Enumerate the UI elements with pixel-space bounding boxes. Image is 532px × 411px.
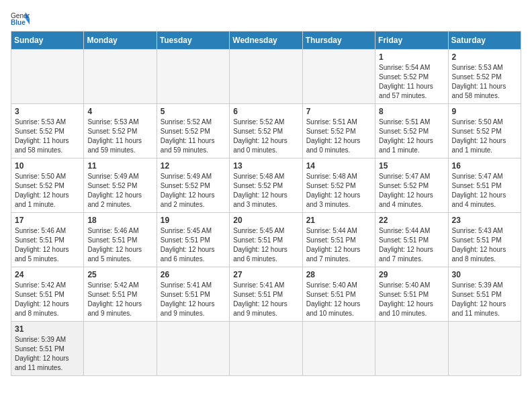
- day-info: Sunrise: 5:46 AM Sunset: 5:51 PM Dayligh…: [15, 226, 80, 264]
- calendar-cell: 21Sunrise: 5:44 AM Sunset: 5:51 PM Dayli…: [302, 213, 375, 267]
- day-info: Sunrise: 5:51 AM Sunset: 5:52 PM Dayligh…: [306, 118, 371, 155]
- calendar-cell: 12Sunrise: 5:49 AM Sunset: 5:52 PM Dayli…: [157, 158, 229, 213]
- day-info: Sunrise: 5:51 AM Sunset: 5:52 PM Dayligh…: [379, 118, 444, 155]
- day-number: 27: [233, 270, 298, 279]
- day-number: 14: [306, 161, 371, 171]
- day-info: Sunrise: 5:41 AM Sunset: 5:51 PM Dayligh…: [233, 281, 298, 318]
- day-info: Sunrise: 5:52 AM Sunset: 5:52 PM Dayligh…: [233, 118, 298, 155]
- day-number: 3: [15, 107, 80, 116]
- calendar-cell: 27Sunrise: 5:41 AM Sunset: 5:51 PM Dayli…: [230, 267, 302, 322]
- day-number: 30: [452, 270, 517, 279]
- day-info: Sunrise: 5:42 AM Sunset: 5:51 PM Dayligh…: [87, 281, 152, 318]
- day-info: Sunrise: 5:48 AM Sunset: 5:52 PM Dayligh…: [306, 172, 371, 210]
- calendar-week-row: 24Sunrise: 5:42 AM Sunset: 5:51 PM Dayli…: [11, 267, 521, 322]
- day-number: 8: [379, 107, 444, 116]
- calendar-cell: 8Sunrise: 5:51 AM Sunset: 5:52 PM Daylig…: [375, 104, 448, 158]
- calendar-cell: 24Sunrise: 5:42 AM Sunset: 5:51 PM Dayli…: [11, 267, 84, 322]
- calendar-cell: [230, 322, 302, 376]
- calendar-week-row: 31Sunrise: 5:39 AM Sunset: 5:51 PM Dayli…: [11, 322, 521, 376]
- day-number: 26: [161, 270, 226, 279]
- calendar-cell: 11Sunrise: 5:49 AM Sunset: 5:52 PM Dayli…: [84, 158, 157, 213]
- day-info: Sunrise: 5:49 AM Sunset: 5:52 PM Dayligh…: [161, 172, 226, 210]
- calendar-cell: 18Sunrise: 5:46 AM Sunset: 5:51 PM Dayli…: [84, 213, 157, 267]
- day-info: Sunrise: 5:39 AM Sunset: 5:51 PM Dayligh…: [452, 281, 517, 318]
- day-number: 25: [87, 270, 152, 279]
- day-number: 5: [161, 107, 226, 116]
- calendar-cell: 1Sunrise: 5:54 AM Sunset: 5:52 PM Daylig…: [375, 50, 448, 104]
- day-info: Sunrise: 5:43 AM Sunset: 5:51 PM Dayligh…: [452, 226, 517, 264]
- calendar-cell: 15Sunrise: 5:47 AM Sunset: 5:52 PM Dayli…: [375, 158, 448, 213]
- day-info: Sunrise: 5:46 AM Sunset: 5:51 PM Dayligh…: [87, 226, 152, 264]
- calendar-cell: 13Sunrise: 5:48 AM Sunset: 5:52 PM Dayli…: [230, 158, 302, 213]
- day-info: Sunrise: 5:48 AM Sunset: 5:52 PM Dayligh…: [233, 172, 298, 210]
- calendar-cell: [11, 50, 84, 104]
- day-number: 17: [15, 216, 80, 225]
- day-number: 21: [306, 216, 371, 225]
- calendar-cell: 20Sunrise: 5:45 AM Sunset: 5:51 PM Dayli…: [230, 213, 302, 267]
- day-info: Sunrise: 5:45 AM Sunset: 5:51 PM Dayligh…: [233, 226, 298, 264]
- calendar-cell: [230, 50, 302, 104]
- calendar-week-row: 10Sunrise: 5:50 AM Sunset: 5:52 PM Dayli…: [11, 158, 521, 213]
- logo: General Blue: [11, 11, 30, 27]
- day-info: Sunrise: 5:44 AM Sunset: 5:51 PM Dayligh…: [379, 226, 444, 264]
- day-info: Sunrise: 5:42 AM Sunset: 5:51 PM Dayligh…: [15, 281, 80, 318]
- day-info: Sunrise: 5:49 AM Sunset: 5:52 PM Dayligh…: [87, 172, 152, 210]
- day-info: Sunrise: 5:50 AM Sunset: 5:52 PM Dayligh…: [452, 118, 517, 155]
- day-number: 6: [233, 107, 298, 116]
- calendar-cell: 25Sunrise: 5:42 AM Sunset: 5:51 PM Dayli…: [84, 267, 157, 322]
- calendar-cell: 30Sunrise: 5:39 AM Sunset: 5:51 PM Dayli…: [448, 267, 521, 322]
- svg-marker-3: [26, 18, 30, 24]
- day-info: Sunrise: 5:41 AM Sunset: 5:51 PM Dayligh…: [161, 281, 226, 318]
- weekday-header-wednesday: Wednesday: [230, 32, 302, 50]
- day-number: 13: [233, 161, 298, 171]
- day-number: 4: [87, 107, 152, 116]
- calendar-cell: [84, 322, 157, 376]
- weekday-header-monday: Monday: [84, 32, 157, 50]
- calendar-cell: 28Sunrise: 5:40 AM Sunset: 5:51 PM Dayli…: [302, 267, 375, 322]
- calendar-week-row: 17Sunrise: 5:46 AM Sunset: 5:51 PM Dayli…: [11, 213, 521, 267]
- day-info: Sunrise: 5:53 AM Sunset: 5:52 PM Dayligh…: [87, 118, 152, 155]
- day-number: 11: [87, 161, 152, 171]
- calendar-table: SundayMondayTuesdayWednesdayThursdayFrid…: [11, 31, 521, 376]
- day-number: 18: [87, 216, 152, 225]
- day-info: Sunrise: 5:39 AM Sunset: 5:51 PM Dayligh…: [15, 335, 80, 373]
- day-number: 24: [15, 270, 80, 279]
- calendar-cell: 6Sunrise: 5:52 AM Sunset: 5:52 PM Daylig…: [230, 104, 302, 158]
- day-info: Sunrise: 5:47 AM Sunset: 5:52 PM Dayligh…: [379, 172, 444, 210]
- weekday-header-saturday: Saturday: [448, 32, 521, 50]
- calendar-cell: 22Sunrise: 5:44 AM Sunset: 5:51 PM Dayli…: [375, 213, 448, 267]
- calendar-cell: 4Sunrise: 5:53 AM Sunset: 5:52 PM Daylig…: [84, 104, 157, 158]
- calendar-cell: [302, 322, 375, 376]
- calendar-cell: [157, 322, 229, 376]
- calendar-cell: 29Sunrise: 5:40 AM Sunset: 5:51 PM Dayli…: [375, 267, 448, 322]
- day-number: 19: [161, 216, 226, 225]
- day-info: Sunrise: 5:44 AM Sunset: 5:51 PM Dayligh…: [306, 226, 371, 264]
- calendar-header: General Blue: [11, 11, 521, 27]
- calendar-cell: 17Sunrise: 5:46 AM Sunset: 5:51 PM Dayli…: [11, 213, 84, 267]
- calendar-cell: 3Sunrise: 5:53 AM Sunset: 5:52 PM Daylig…: [11, 104, 84, 158]
- calendar-cell: [84, 50, 157, 104]
- day-info: Sunrise: 5:53 AM Sunset: 5:52 PM Dayligh…: [452, 63, 517, 101]
- calendar-cell: 31Sunrise: 5:39 AM Sunset: 5:51 PM Dayli…: [11, 322, 84, 376]
- day-number: 12: [161, 161, 226, 171]
- day-number: 20: [233, 216, 298, 225]
- calendar-cell: 2Sunrise: 5:53 AM Sunset: 5:52 PM Daylig…: [448, 50, 521, 104]
- day-number: 23: [452, 216, 517, 225]
- day-number: 7: [306, 107, 371, 116]
- calendar-cell: 9Sunrise: 5:50 AM Sunset: 5:52 PM Daylig…: [448, 104, 521, 158]
- day-info: Sunrise: 5:40 AM Sunset: 5:51 PM Dayligh…: [306, 281, 371, 318]
- calendar-cell: 14Sunrise: 5:48 AM Sunset: 5:52 PM Dayli…: [302, 158, 375, 213]
- calendar-cell: [448, 322, 521, 376]
- day-number: 16: [452, 161, 517, 171]
- calendar-cell: 7Sunrise: 5:51 AM Sunset: 5:52 PM Daylig…: [302, 104, 375, 158]
- weekday-header-sunday: Sunday: [11, 32, 84, 50]
- weekday-header-tuesday: Tuesday: [157, 32, 229, 50]
- calendar-cell: 5Sunrise: 5:52 AM Sunset: 5:52 PM Daylig…: [157, 104, 229, 158]
- logo-icon: General Blue: [11, 11, 30, 27]
- day-number: 15: [379, 161, 444, 171]
- day-info: Sunrise: 5:47 AM Sunset: 5:51 PM Dayligh…: [452, 172, 517, 210]
- calendar-cell: 19Sunrise: 5:45 AM Sunset: 5:51 PM Dayli…: [157, 213, 229, 267]
- calendar-week-row: 3Sunrise: 5:53 AM Sunset: 5:52 PM Daylig…: [11, 104, 521, 158]
- calendar-cell: [375, 322, 448, 376]
- day-number: 29: [379, 270, 444, 279]
